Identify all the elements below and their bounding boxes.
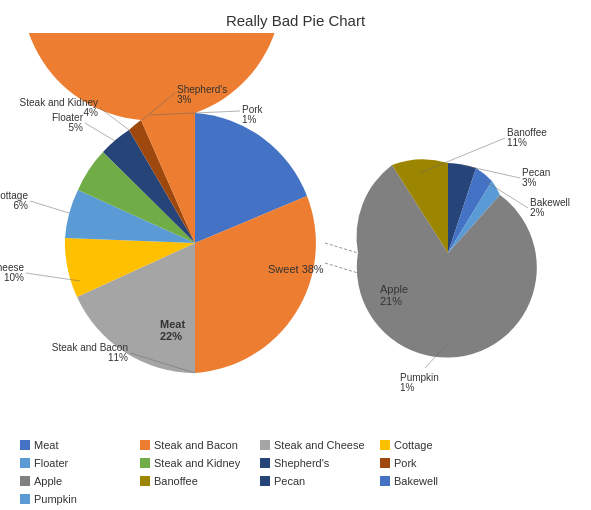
legend-label-banoffee: Banoffee	[154, 475, 198, 487]
legend-color-steak-bacon	[140, 440, 150, 450]
label-pork-pct: 1%	[242, 114, 257, 125]
legend-color-cottage	[380, 440, 390, 450]
label-floater-pct: 5%	[69, 122, 84, 133]
legend-label-bakewell: Bakewell	[394, 475, 438, 487]
chart-title: Really Bad Pie Chart	[0, 0, 591, 29]
label-meat-pct: 22%	[160, 330, 182, 342]
legend-item-shepherds: Shepherd's	[260, 457, 380, 469]
legend-label-steak-kidney: Steak and Kidney	[154, 457, 240, 469]
legend-color-pork	[380, 458, 390, 468]
legend-item-apple: Apple	[20, 475, 140, 487]
legend-color-pecan	[260, 476, 270, 486]
label-steak-kidney-pct: 4%	[84, 107, 99, 118]
label-pumpkin-pct: 1%	[400, 382, 415, 393]
label-cottage-pct: 6%	[14, 200, 29, 211]
legend-item-floater: Floater	[20, 457, 140, 469]
legend-item-steak-kidney: Steak and Kidney	[140, 457, 260, 469]
legend-color-shepherds	[260, 458, 270, 468]
legend-label-pork: Pork	[394, 457, 417, 469]
legend-label-meat: Meat	[34, 439, 58, 451]
legend-item-steak-bacon: Steak and Bacon	[140, 439, 260, 451]
legend-label-shepherds: Shepherd's	[274, 457, 329, 469]
label-pecan-pct: 3%	[522, 177, 537, 188]
legend-label-cottage: Cottage	[394, 439, 433, 451]
legend-color-steak-cheese	[260, 440, 270, 450]
label-steak-cheese-pct: 10%	[4, 272, 24, 283]
legend-item-pecan: Pecan	[260, 475, 380, 487]
label-apple: Apple	[380, 283, 408, 295]
chart-area: Steak and Kidney 4% Floater 5% Cottage 6…	[0, 33, 591, 433]
label-bakewell-pct: 2%	[530, 207, 545, 218]
legend-item-pumpkin: Pumpkin	[20, 493, 140, 505]
label-apple-pct: 21%	[380, 295, 402, 307]
legend-color-floater	[20, 458, 30, 468]
legend-item-banoffee: Banoffee	[140, 475, 260, 487]
legend-color-meat	[20, 440, 30, 450]
svg-line-1	[85, 123, 115, 141]
svg-line-2	[30, 201, 69, 213]
connect-line2	[325, 263, 358, 273]
legend-color-apple	[20, 476, 30, 486]
legend-item-bakewell: Bakewell	[380, 475, 500, 487]
legend-color-banoffee	[140, 476, 150, 486]
legend-label-steak-cheese: Steak and Cheese	[274, 439, 365, 451]
label-banoffee-pct: 11%	[507, 137, 527, 148]
label-shepherds-pct: 3%	[177, 94, 192, 105]
legend-label-steak-bacon: Steak and Bacon	[154, 439, 238, 451]
legend-label-pecan: Pecan	[274, 475, 305, 487]
legend-color-steak-kidney	[140, 458, 150, 468]
label-sweet: Sweet 38%	[268, 263, 324, 275]
page-container: Really Bad Pie Chart Steak and Kidney	[0, 0, 591, 510]
legend-label-pumpkin: Pumpkin	[34, 493, 77, 505]
legend-item-steak-cheese: Steak and Cheese	[260, 439, 380, 451]
connect-line	[325, 243, 358, 253]
chart-svg: Steak and Kidney 4% Floater 5% Cottage 6…	[0, 33, 591, 433]
legend-item-pork: Pork	[380, 457, 500, 469]
legend-item-cottage: Cottage	[380, 439, 500, 451]
legend-color-bakewell	[380, 476, 390, 486]
legend-label-apple: Apple	[34, 475, 62, 487]
legend-item-meat: Meat	[20, 439, 140, 451]
legend-color-pumpkin	[20, 494, 30, 504]
label-meat: Meat	[160, 318, 185, 330]
legend-label-floater: Floater	[34, 457, 68, 469]
legend: Meat Steak and Bacon Steak and Cheese Co…	[0, 433, 591, 510]
label-steak-bacon-pct: 11%	[108, 352, 128, 363]
